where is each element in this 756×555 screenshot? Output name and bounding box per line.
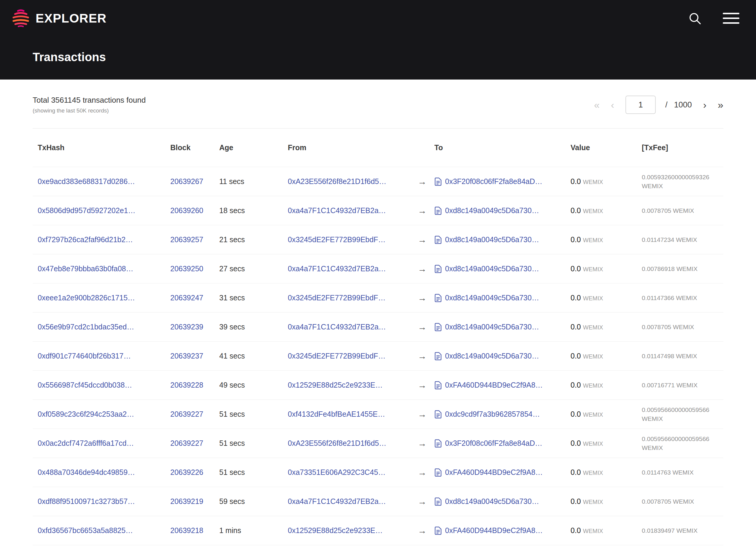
block-link[interactable]: 20639260	[170, 206, 203, 215]
to-address-link[interactable]: 0xFA460D944BD9eC2f9A8…	[445, 468, 543, 477]
value-amount: 0.0	[571, 410, 581, 418]
arrow-right-icon: →	[418, 177, 427, 186]
txhash-link[interactable]: 0xfd36567bc6653a5a8825…	[38, 526, 133, 535]
from-address-link[interactable]: 0x3245dE2FE772B99EbdF…	[288, 236, 386, 244]
txhash-link[interactable]: 0x5806d9d957d5927202e1…	[38, 206, 135, 215]
txhash-link[interactable]: 0xf0589c23c6f294c253aa2…	[38, 410, 134, 418]
table-body: 0xe9acd383e688317d0286… 20639267 11 secs…	[33, 167, 723, 545]
txhash-link[interactable]: 0xf7297b26ca2faf96d21b2…	[38, 236, 133, 244]
to-address-link[interactable]: 0xd8c149a0049c5D6a730…	[445, 352, 539, 360]
from-address-link[interactable]: 0xA23E556f26f8e21D1f6d5…	[288, 439, 386, 447]
txhash-link[interactable]: 0xdf88f95100971c3273b57…	[38, 497, 135, 505]
value-amount: 0.0	[571, 526, 581, 535]
txhash-link[interactable]: 0x47eb8e79bbba63b0fa08…	[38, 264, 134, 273]
hamburger-menu-icon	[723, 12, 740, 26]
txhash-link[interactable]: 0xeee1a2e900b2826c1715…	[38, 294, 135, 302]
from-address-link[interactable]: 0x3245dE2FE772B99EbdF…	[288, 352, 386, 360]
txfee-text: 0.00786918 WEMIX	[642, 265, 698, 272]
age-text: 11 secs	[219, 177, 244, 185]
value-amount: 0.0	[571, 236, 581, 244]
transactions-table: TxHash Block Age From To Value [TxFee] 0…	[33, 128, 723, 545]
from-address-link[interactable]: 0xa73351E606A292C3C45…	[288, 468, 386, 476]
to-address-link[interactable]: 0xdc9cd9f7a3b962857854…	[445, 410, 540, 419]
to-address-link[interactable]: 0xd8c149a0049c5D6a730…	[445, 264, 539, 273]
table-row: 0x47eb8e79bbba63b0fa08… 20639250 27 secs…	[33, 254, 723, 284]
block-link[interactable]: 20639227	[170, 410, 203, 418]
to-address-link[interactable]: 0xd8c149a0049c5D6a730…	[445, 206, 539, 215]
search-icon	[688, 11, 702, 27]
next-page-button[interactable]: ›	[703, 100, 706, 110]
block-link[interactable]: 20639257	[170, 236, 203, 244]
txfee-text: 0.01147234 WEMIX	[642, 236, 697, 243]
from-address-link[interactable]: 0xa4a7F1C1C4932d7EB2a…	[288, 206, 386, 215]
to-address-link[interactable]: 0xFA460D944BD9eC2f9A8…	[445, 381, 543, 389]
page-number-input[interactable]	[625, 95, 656, 114]
txfee-text: 0.0114763 WEMIX	[642, 469, 694, 476]
to-address-link[interactable]: 0xd8c149a0049c5D6a730…	[445, 323, 539, 331]
table-row: 0xfd36567bc6653a5a8825… 20639218 1 mins …	[33, 516, 723, 545]
from-address-link[interactable]: 0x12529E88d25c2e9233E…	[288, 381, 383, 389]
block-link[interactable]: 20639228	[170, 381, 203, 389]
to-address-link[interactable]: 0x3F20f08c06fF2fa8e84aD…	[445, 177, 542, 186]
from-address-link[interactable]: 0xa4a7F1C1C4932d7EB2a…	[288, 264, 386, 273]
from-address-link[interactable]: 0x3245dE2FE772B99EbdF…	[288, 294, 386, 302]
arrow-right-icon: →	[418, 322, 427, 332]
column-header-age: Age	[214, 143, 283, 152]
search-button[interactable]	[688, 11, 702, 27]
txhash-link[interactable]: 0x5566987cf45dccd0b038…	[38, 381, 132, 389]
logo-text: EXPLORER	[36, 11, 106, 26]
txhash-link[interactable]: 0x0ac2dcf7472a6fff6a17cd…	[38, 439, 134, 447]
block-link[interactable]: 20639226	[170, 468, 203, 476]
app-header: EXPLORER Transactions	[0, 0, 756, 80]
from-address-link[interactable]: 0xf4132dFe4bfBeAE1455E…	[288, 410, 385, 418]
age-text: 39 secs	[219, 323, 245, 331]
from-address-link[interactable]: 0x12529E88d25c2e9233E…	[288, 526, 383, 535]
value-unit: WEMIX	[583, 470, 603, 476]
prev-page-button[interactable]: ‹	[611, 100, 614, 110]
to-address-link[interactable]: 0xd8c149a0049c5D6a730…	[445, 294, 539, 302]
last-page-button[interactable]: »	[718, 100, 723, 110]
value-amount: 0.0	[571, 264, 581, 273]
txhash-link[interactable]: 0x56e9b97cd2c1bdac35ed…	[38, 323, 134, 331]
from-address-link[interactable]: 0xA23E556f26f8e21D1f6d5…	[288, 177, 386, 185]
txfee-text: 0.01839497 WEMIX	[642, 527, 698, 534]
menu-button[interactable]	[723, 12, 740, 26]
block-link[interactable]: 20639237	[170, 352, 203, 360]
from-address-link[interactable]: 0xa4a7F1C1C4932d7EB2a…	[288, 323, 386, 331]
txhash-link[interactable]: 0xdf901c774640bf26b317…	[38, 352, 131, 360]
page-title: Transactions	[33, 50, 106, 64]
table-row: 0xf7297b26ca2faf96d21b2… 20639257 21 sec…	[33, 225, 723, 254]
records-note-text: (showing the last 50K records)	[33, 108, 146, 114]
block-link[interactable]: 20639267	[170, 177, 203, 185]
page-total: / 1000	[665, 100, 692, 110]
value-unit: WEMIX	[583, 411, 603, 418]
to-address-link[interactable]: 0xFA460D944BD9eC2f9A8…	[445, 526, 543, 535]
page-separator: /	[665, 100, 668, 110]
to-address-link[interactable]: 0xd8c149a0049c5D6a730…	[445, 236, 539, 244]
txfee-text: 0.005956600000059566 WEMIX	[642, 406, 709, 422]
to-address-link[interactable]: 0xd8c149a0049c5D6a730…	[445, 497, 539, 506]
block-link[interactable]: 20639247	[170, 294, 203, 302]
column-header-value: Value	[566, 143, 637, 152]
block-link[interactable]: 20639219	[170, 497, 203, 505]
total-transactions-text: Total 3561145 transactions found	[33, 95, 146, 105]
txhash-link[interactable]: 0xe9acd383e688317d0286…	[38, 177, 135, 185]
from-address-link[interactable]: 0xa4a7F1C1C4932d7EB2a…	[288, 497, 386, 505]
total-pages-text: 1000	[674, 100, 692, 110]
block-link[interactable]: 20639250	[170, 264, 203, 273]
logo[interactable]: EXPLORER	[11, 8, 106, 29]
logo-sphere-icon	[11, 8, 30, 29]
value-amount: 0.0	[571, 468, 581, 476]
block-link[interactable]: 20639239	[170, 323, 203, 331]
value-amount: 0.0	[571, 497, 581, 505]
block-link[interactable]: 20639218	[170, 526, 203, 535]
txhash-link[interactable]: 0x488a70346de94dc49859…	[38, 468, 135, 476]
contract-icon	[434, 177, 442, 186]
block-link[interactable]: 20639227	[170, 439, 203, 447]
first-page-button[interactable]: «	[594, 100, 599, 110]
column-header-txfee: [TxFee]	[637, 143, 723, 152]
table-row: 0x5806d9d957d5927202e1… 20639260 18 secs…	[33, 196, 723, 225]
double-chevron-left-icon: «	[594, 99, 599, 111]
to-address-link[interactable]: 0x3F20f08c06fF2fa8e84aD…	[445, 439, 542, 447]
pagination: « ‹ / 1000 › »	[594, 95, 723, 114]
